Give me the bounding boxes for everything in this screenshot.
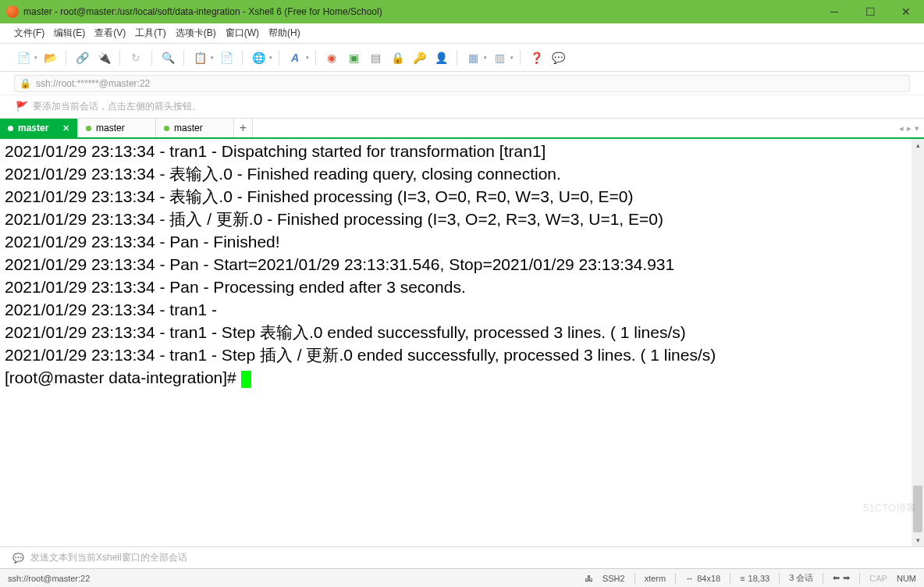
menu-window[interactable]: 窗口(W) <box>226 27 259 40</box>
tab-master-2[interactable]: master <box>78 119 156 137</box>
lock-small-icon: 🔒 <box>20 78 31 89</box>
size-icon: ↔ <box>685 574 694 583</box>
tab-next-icon[interactable]: ▸ <box>907 123 912 133</box>
minimize-button[interactable]: ─ <box>816 0 852 23</box>
status-num: NUM <box>897 574 916 583</box>
tab-add-button[interactable]: + <box>234 119 253 137</box>
scroll-track[interactable] <box>912 151 924 534</box>
pos-icon: ≡ <box>740 574 745 583</box>
status-ssh-icon: 🖧 <box>585 574 593 583</box>
status-cap: CAP <box>869 574 887 583</box>
menu-view[interactable]: 查看(V) <box>94 27 126 40</box>
globe-icon[interactable]: 🌐 <box>249 48 268 67</box>
paste-icon[interactable]: 📄 <box>217 48 236 67</box>
tab-label: master <box>18 123 48 133</box>
terminal[interactable]: 2021/01/29 23:13:34 - tran1 - Dispatchin… <box>0 139 924 546</box>
status-dot-icon <box>8 126 13 131</box>
status-connection: ssh://root@master:22 <box>8 574 90 583</box>
open-icon[interactable]: 📂 <box>41 48 59 67</box>
reconnect-icon[interactable]: ↻ <box>126 48 145 67</box>
status-sessions: 3 会话 <box>789 572 813 584</box>
terminal-output: 2021/01/29 23:13:34 - tran1 - Dispatchin… <box>5 142 716 364</box>
toolbar: 📄▾ 📂 🔗 🔌 ↻ 🔍 📋▾ 📄 🌐▾ A▾ ◉ ▣ ▤ 🔒 🔑 👤 ▦▾ ▥… <box>0 44 924 72</box>
tab-label: master <box>174 123 203 133</box>
watermark: 51CTO博客 <box>863 497 916 518</box>
scroll-up-icon[interactable]: ▴ <box>912 139 924 151</box>
disconnect-icon[interactable]: 🔌 <box>94 48 113 67</box>
new-session-icon[interactable]: 📄 <box>14 48 33 67</box>
app3-icon[interactable]: ▤ <box>366 48 385 67</box>
nav-left-icon[interactable]: ⬅ <box>833 573 840 583</box>
address-text: ssh://root:******@master:22 <box>36 78 150 89</box>
tab-prev-icon[interactable]: ◂ <box>899 123 904 133</box>
tab-master-1[interactable]: master ✕ <box>0 119 78 137</box>
font-icon[interactable]: A <box>286 48 304 67</box>
scroll-down-icon[interactable]: ▾ <box>912 534 924 546</box>
help-icon[interactable]: ❓ <box>527 48 546 67</box>
menu-help[interactable]: 帮助(H) <box>268 27 300 40</box>
status-proto: SSH2 <box>602 574 625 583</box>
app1-icon[interactable]: ◉ <box>322 48 341 67</box>
menu-file[interactable]: 文件(F) <box>14 27 44 40</box>
menu-tools[interactable]: 工具(T) <box>135 27 165 40</box>
tab-master-3[interactable]: master <box>156 119 234 137</box>
app-logo-icon <box>6 5 19 18</box>
search-icon[interactable]: 🔍 <box>158 48 177 67</box>
nav-right-icon[interactable]: ➡ <box>843 573 850 583</box>
send-bar: 💬 发送文本到当前Xshell窗口的全部会话 <box>0 546 924 568</box>
window-title: master - root@master:/usr/local/soft/dat… <box>23 6 816 17</box>
layout1-icon[interactable]: ▦ <box>464 48 482 67</box>
tab-menu-icon[interactable]: ▾ <box>915 123 919 133</box>
status-size: 84x18 <box>697 574 720 583</box>
connect-icon[interactable]: 🔗 <box>73 48 91 67</box>
lock-icon[interactable]: 🔒 <box>388 48 407 67</box>
tab-bar: master ✕ master master + ◂ ▸ ▾ <box>0 119 924 139</box>
address-bar: 🔒 ssh://root:******@master:22 <box>0 72 924 95</box>
layout2-icon[interactable]: ▥ <box>490 48 509 67</box>
tab-close-icon[interactable]: ✕ <box>62 123 69 133</box>
flag-icon: 🚩 <box>16 101 28 112</box>
terminal-prompt: [root@master data-integration]# <box>5 368 241 386</box>
chat-send-icon[interactable]: 💬 <box>12 553 24 564</box>
key-icon[interactable]: 🔑 <box>410 48 428 67</box>
status-term: xterm <box>645 574 666 583</box>
chat-icon[interactable]: 💬 <box>549 48 567 67</box>
menu-edit[interactable]: 编辑(E) <box>54 27 85 40</box>
status-dot-icon <box>164 126 169 131</box>
cursor-icon <box>241 371 251 388</box>
app2-icon[interactable]: ▣ <box>344 48 363 67</box>
close-button[interactable]: ✕ <box>888 0 924 23</box>
menu-bar: 文件(F) 编辑(E) 查看(V) 工具(T) 选项卡(B) 窗口(W) 帮助(… <box>0 23 924 44</box>
title-bar: master - root@master:/usr/local/soft/dat… <box>0 0 924 23</box>
status-dot-icon <box>86 126 91 131</box>
send-placeholder[interactable]: 发送文本到当前Xshell窗口的全部会话 <box>30 551 187 564</box>
user-icon[interactable]: 👤 <box>432 48 450 67</box>
hint-text: 要添加当前会话，点击左侧的箭头按钮。 <box>33 100 201 113</box>
status-bar: ssh://root@master:22 🖧 SSH2 xterm ↔84x18… <box>0 568 924 587</box>
status-pos: 18,33 <box>748 574 770 583</box>
copy-icon[interactable]: 📋 <box>190 48 209 67</box>
tab-label: master <box>96 123 125 133</box>
scrollbar[interactable]: ▴ ▾ <box>912 139 924 546</box>
address-input[interactable]: 🔒 ssh://root:******@master:22 <box>14 75 910 92</box>
hint-bar: 🚩 要添加当前会话，点击左侧的箭头按钮。 <box>0 95 924 119</box>
maximize-button[interactable]: ☐ <box>852 0 888 23</box>
menu-tabs[interactable]: 选项卡(B) <box>176 27 216 40</box>
